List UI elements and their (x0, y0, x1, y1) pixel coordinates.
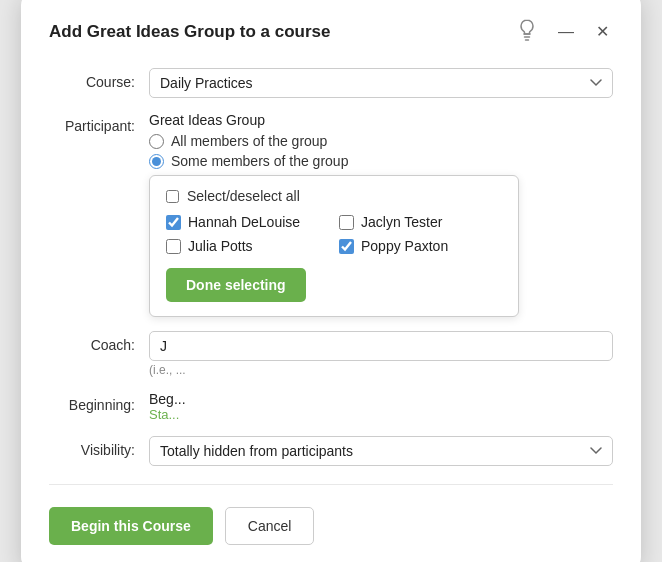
participant-name: Great Ideas Group (149, 112, 613, 128)
radio-all-row[interactable]: All members of the group (149, 133, 613, 149)
visibility-select[interactable]: Totally hidden from participants Visible… (149, 436, 613, 466)
course-select[interactable]: Daily Practices Other Course (149, 68, 613, 98)
member-checkbox-poppy[interactable] (339, 239, 354, 254)
list-item[interactable]: Julia Potts (166, 238, 329, 254)
cancel-button[interactable]: Cancel (225, 507, 315, 545)
course-label: Course: (49, 68, 149, 90)
modal-icon-group: — ✕ (514, 17, 613, 46)
course-row: Course: Daily Practices Other Course (49, 68, 613, 98)
beginning-sub: Sta... (149, 407, 613, 422)
minimize-button[interactable]: — (554, 22, 578, 42)
footer-buttons: Begin this Course Cancel (49, 507, 613, 545)
coach-input[interactable] (149, 331, 613, 361)
radio-all-label: All members of the group (171, 133, 327, 149)
member-name-hannah: Hannah DeLouise (188, 214, 300, 230)
beginning-row: Beginning: Beg... Sta... (49, 391, 613, 422)
select-all-row: Select/deselect all (166, 188, 502, 204)
close-button[interactable]: ✕ (592, 22, 613, 42)
beginning-label: Beginning: (49, 391, 149, 413)
coach-label: Coach: (49, 331, 149, 353)
visibility-control: Totally hidden from participants Visible… (149, 436, 613, 466)
coach-hint: (i.e., ... (149, 363, 613, 377)
member-name-poppy: Poppy Paxton (361, 238, 448, 254)
beginning-text: Beg... (149, 391, 613, 407)
member-checkbox-hannah[interactable] (166, 215, 181, 230)
course-control: Daily Practices Other Course (149, 68, 613, 98)
modal-title: Add Great Ideas Group to a course (49, 22, 331, 42)
begin-course-button[interactable]: Begin this Course (49, 507, 213, 545)
visibility-label: Visibility: (49, 436, 149, 458)
select-all-label: Select/deselect all (187, 188, 300, 204)
radio-some-label: Some members of the group (171, 153, 348, 169)
lightbulb-icon-button[interactable] (514, 17, 540, 46)
footer-divider (49, 484, 613, 485)
participant-label: Participant: (49, 112, 149, 134)
list-item[interactable]: Hannah DeLouise (166, 214, 329, 230)
modal-header: Add Great Ideas Group to a course — ✕ (49, 17, 613, 46)
member-checkbox-jaclyn[interactable] (339, 215, 354, 230)
select-all-checkbox[interactable] (166, 190, 179, 203)
radio-all-input[interactable] (149, 134, 164, 149)
members-grid: Hannah DeLouise Jaclyn Tester Julia Pott… (166, 214, 502, 254)
member-selector-popup: Select/deselect all Hannah DeLouise Jacl… (149, 175, 519, 317)
list-item[interactable]: Poppy Paxton (339, 238, 502, 254)
coach-row: Coach: (i.e., ... (49, 331, 613, 377)
beginning-control: Beg... Sta... (149, 391, 613, 422)
radio-some-input[interactable] (149, 154, 164, 169)
modal-container: Add Great Ideas Group to a course — ✕ Co… (21, 0, 641, 562)
done-selecting-button[interactable]: Done selecting (166, 268, 306, 302)
member-name-jaclyn: Jaclyn Tester (361, 214, 442, 230)
list-item[interactable]: Jaclyn Tester (339, 214, 502, 230)
visibility-row: Visibility: Totally hidden from particip… (49, 436, 613, 466)
participant-control: Great Ideas Group All members of the gro… (149, 112, 613, 317)
member-checkbox-julia[interactable] (166, 239, 181, 254)
member-name-julia: Julia Potts (188, 238, 253, 254)
participant-row: Participant: Great Ideas Group All membe… (49, 112, 613, 317)
radio-some-row[interactable]: Some members of the group (149, 153, 613, 169)
coach-control: (i.e., ... (149, 331, 613, 377)
